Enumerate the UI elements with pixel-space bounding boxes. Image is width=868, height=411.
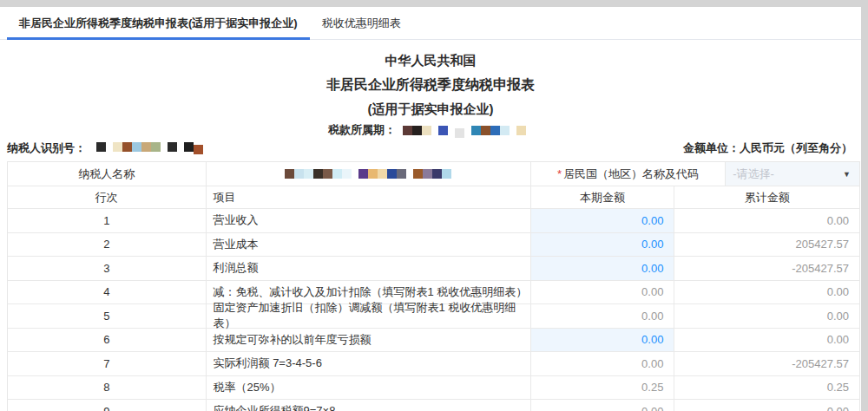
taxpayer-name-row: 纳税人名称 * 居民国（地区）名称及代码 -请选择- ▼ [8,162,859,186]
item-name-cell: 利润总额 [207,257,531,280]
return-table: 纳税人名称 * 居民国（地区）名称及代码 -请选择- ▼ 行次 项目 本期金额 … [7,161,860,411]
line-number-cell: 9 [8,400,207,411]
redaction-block-group [455,126,464,135]
redaction-block [432,169,442,179]
taxpayer-name-value [207,162,531,186]
form-title-country: 中华人民共和国 [0,49,861,73]
tab-bar: 非居民企业所得税季度纳税申报表(适用于据实申报企业) 税收优惠明细表 [0,7,861,40]
line-number-cell: 1 [8,209,207,232]
item-name-cell: 实际利润额 7=3-4-5-6 [207,352,531,375]
redaction-block [422,126,431,135]
current-amount-cell[interactable]: 0.00 [531,257,675,280]
resident-country-label-text: 居民国（地区）名称及代码 [563,166,699,182]
redaction-block [168,142,177,152]
company-name-redacted-value [285,169,458,179]
chevron-down-icon: ▼ [843,170,851,179]
table-row: 8税率（25%）0.250.25 [8,376,859,401]
redaction-block [442,169,451,179]
form-title-sub: (适用于据实申报企业) [0,97,861,121]
taxpayer-id-redacted-value [96,142,210,152]
redaction-block [304,169,313,179]
line-number-cell: 4 [8,281,207,304]
table-row: 1营业收入0.000.00 [8,209,859,233]
header-current-amount: 本期金额 [531,186,675,208]
redaction-block-group [184,142,203,152]
redaction-block [132,142,141,152]
redaction-block [96,142,106,152]
resident-country-select[interactable]: -请选择- ▼ [726,162,859,186]
redaction-block-group [438,126,448,135]
form-title-block: 中华人民共和国 非居民企业所得税季度纳税申报表 (适用于据实申报企业) [0,49,861,121]
table-row: 9应纳企业所得税额9=7×80.000.00 [8,400,859,411]
cumulative-amount-cell: -205427.57 [674,352,859,375]
line-number-cell: 6 [8,329,207,352]
resident-country-label: * 居民国（地区）名称及代码 [531,162,727,186]
redaction-block [294,169,304,179]
current-amount-cell[interactable]: 0.00 [531,329,675,352]
current-amount-cell: 0.00 [531,281,675,304]
cumulative-amount-cell: 0.00 [674,281,859,304]
cumulative-amount-cell: -205427.57 [674,257,859,280]
table-row: 2营业成本0.00205427.57 [8,233,859,258]
redaction-block [194,145,203,154]
taxpayer-name-label: 纳税人名称 [8,162,207,186]
taxpayer-info-line: 纳税人识别号： 金额单位：人民币元（列至角分） [0,139,861,158]
tab-quarterly-return[interactable]: 非居民企业所得税季度纳税申报表(适用于据实申报企业) [7,7,310,39]
redaction-block-group [413,169,451,179]
current-amount-cell[interactable]: 0.00 [531,209,675,232]
redaction-block [423,169,432,179]
line-number-cell: 7 [8,352,207,375]
current-amount-cell: 0.00 [531,304,675,328]
header-cumulative-amount: 累计金额 [674,186,859,208]
cumulative-amount-cell: 205427.57 [674,233,859,257]
redaction-block [332,169,342,179]
redaction-block [141,142,151,152]
tax-period-label: 税款所属期： [328,122,396,138]
redaction-block-group [516,126,526,135]
redaction-block [358,169,368,179]
table-row: 3利润总额0.00-205427.57 [8,257,859,281]
redaction-block-group [358,169,406,179]
redaction-block [151,142,161,152]
line-number-cell: 2 [8,233,207,257]
header-item: 项目 [207,186,531,208]
current-amount-cell: 0.00 [531,400,675,411]
table-header-row: 行次 项目 本期金额 累计金额 [8,186,859,209]
cumulative-amount-cell: 0.00 [674,209,859,232]
current-amount-cell: 0.00 [531,352,675,375]
redaction-block [403,126,412,135]
header-line-no: 行次 [8,186,207,208]
redaction-block [481,126,490,135]
tax-period-redacted-value [403,126,533,135]
redaction-block-group [168,142,177,152]
redaction-block [516,126,526,135]
item-name-cell: 固定资产加速折旧（扣除）调减额（填写附表1 税收优惠明细表） [207,304,531,328]
item-name-cell: 税率（25%） [207,376,531,400]
tab-preferential-detail[interactable]: 税收优惠明细表 [310,7,413,39]
line-number-cell: 5 [8,304,207,328]
redaction-block [455,128,464,138]
redaction-block [113,142,122,152]
tab-label: 税收优惠明细表 [322,16,401,31]
amount-unit-note: 金额单位：人民币元（列至角分） [683,140,852,156]
redaction-block [387,169,397,179]
table-body: 1营业收入0.000.002营业成本0.00205427.573利润总额0.00… [8,209,859,411]
redaction-block [397,169,406,179]
item-name-cell: 应纳企业所得税额9=7×8 [207,400,531,411]
cumulative-amount-cell: 0.25 [674,376,859,400]
tab-label: 非居民企业所得税季度纳税申报表(适用于据实申报企业) [19,16,298,31]
cumulative-amount-cell: 0.00 [674,400,859,411]
item-name-cell: 按规定可弥补的以前年度亏损额 [207,329,531,352]
item-name-cell: 营业收入 [207,209,531,232]
taxpayer-id-label: 纳税人识别号： [7,141,86,154]
redaction-block [313,169,323,179]
cumulative-amount-cell: 0.00 [674,304,859,328]
redaction-block [342,169,352,179]
current-amount-cell[interactable]: 0.00 [531,233,675,257]
line-number-cell: 8 [8,376,207,400]
required-asterisk: * [557,167,562,180]
redaction-block [490,126,500,135]
cumulative-amount-cell: 0.00 [674,329,859,352]
redaction-block [378,169,387,179]
redaction-block [471,126,481,135]
